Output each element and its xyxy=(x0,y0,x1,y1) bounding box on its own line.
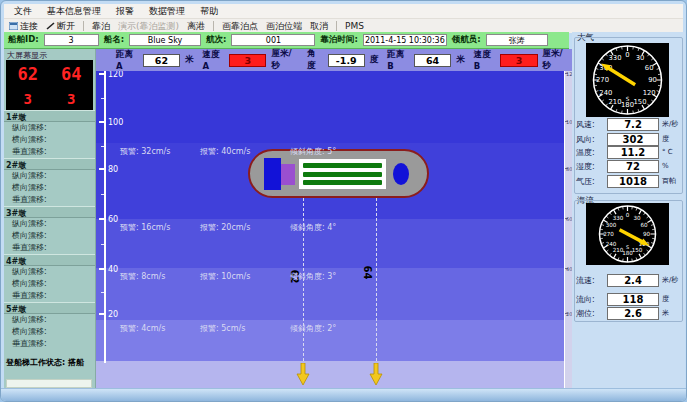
tilt-threshold: 倾斜角度: 2° xyxy=(290,323,336,334)
weather-label: 温度: xyxy=(576,147,607,158)
weather-value: 302 xyxy=(607,133,659,146)
toolbar-button-断开[interactable]: 断开 xyxy=(46,20,75,33)
weather-unit: 百帕 xyxy=(662,176,676,186)
readout-value-角度: -1.9 xyxy=(328,54,365,67)
deck-hatch xyxy=(303,180,382,185)
readout-unit: 米 xyxy=(456,54,465,66)
menu-item-数据管理[interactable]: 数据管理 xyxy=(149,5,185,18)
drift-row: 垂直漂移: xyxy=(4,194,95,206)
toolbar-button-label: 画靠泊点 xyxy=(222,20,258,33)
drift-row: 纵向漂移: xyxy=(4,266,95,278)
svg-text:330: 330 xyxy=(613,215,624,221)
menu-item-帮助[interactable]: 帮助 xyxy=(200,5,218,18)
wind-direction-gauge: 0306090120150180210240270300330S xyxy=(586,43,669,117)
y-axis-minor-tick xyxy=(101,146,104,147)
toolbar-button-离港[interactable]: 离港 xyxy=(187,20,205,33)
display-distance-b: 64 xyxy=(61,64,81,84)
menu-item-基本信息管理[interactable]: 基本信息管理 xyxy=(47,5,101,18)
toolbar-button-连接[interactable]: 连接 xyxy=(9,20,38,33)
svg-text:150: 150 xyxy=(634,98,647,106)
drift-row: 横向漂移: xyxy=(4,278,95,290)
toolbar-button-PMS[interactable]: PMS xyxy=(345,21,364,31)
readout-value-距离B: 64 xyxy=(414,54,451,67)
current-label: 流速: xyxy=(576,275,607,286)
sidebar: 大屏幕显示 62 64 3 3 1#墩纵向漂移:横向漂移:垂直漂移:2#墩纵向漂… xyxy=(4,49,96,391)
band-thresholds: 预警: 32cm/s报警: 40cm/s倾斜角度: 5° xyxy=(120,146,336,157)
svg-text:30: 30 xyxy=(633,215,641,221)
svg-text:210: 210 xyxy=(613,247,624,253)
field-label: 靠泊时间: xyxy=(320,34,357,46)
tilt-threshold: 倾斜角度: 3° xyxy=(290,271,336,282)
weather-label: 气压: xyxy=(576,176,607,187)
display-speed-b: 3 xyxy=(67,91,75,107)
svg-text:240: 240 xyxy=(606,241,617,247)
toolbar-button-演示(靠泊监测): 演示(靠泊监测) xyxy=(118,20,179,33)
readout-label: 距离A xyxy=(116,49,138,71)
weather-row: 风速:7.2米/秒 xyxy=(576,117,678,131)
field-value-航次[interactable]: 001 xyxy=(231,34,315,46)
drift-row: 纵向漂移: xyxy=(4,218,95,230)
current-row: 流向:118度 xyxy=(576,292,669,306)
drift-row: 横向漂移: xyxy=(4,326,95,338)
weather-value: 11.2 xyxy=(607,146,659,159)
field-value-靠泊时间[interactable]: 2011-4-15 10:30:36 xyxy=(363,34,447,46)
svg-text:90: 90 xyxy=(648,76,657,84)
svg-text:S: S xyxy=(626,244,629,250)
alarm-threshold: 报警: 5cm/s xyxy=(200,323,290,334)
toolbar-button-画泊位端[interactable]: 画泊位端 xyxy=(266,20,302,33)
band-thresholds: 预警: 16cm/s报警: 20cm/s倾斜角度: 4° xyxy=(120,222,336,233)
readout-unit: 厘米/秒 xyxy=(271,48,297,72)
svg-text:0: 0 xyxy=(626,212,630,218)
current-direction-gauge: 0306090120150180210240270300330S xyxy=(586,203,669,265)
readout-label: 速度B xyxy=(474,49,496,71)
current-value: 118 xyxy=(607,293,659,306)
band-thresholds: 预警: 8cm/s报警: 10cm/s倾斜角度: 3° xyxy=(120,271,336,282)
y-axis-line xyxy=(104,71,106,363)
field-value-领航员[interactable]: 张涛 xyxy=(486,34,548,46)
readout-unit: 厘米/秒 xyxy=(543,48,569,72)
alarm-threshold: 报警: 20cm/s xyxy=(200,222,290,233)
ship-bow xyxy=(393,163,409,185)
field-label: 船舶ID: xyxy=(8,34,39,46)
field-label: 船名: xyxy=(104,34,124,46)
menu-item-报警[interactable]: 报警 xyxy=(116,5,134,18)
dock-strip xyxy=(96,361,564,391)
y-axis-tick xyxy=(99,268,104,270)
ship-info-bar: 船舶ID:3船名:Blue Sky航次:001靠泊时间:2011-4-15 10… xyxy=(4,32,569,49)
readout-label: 角度 xyxy=(307,48,323,72)
toolbar-button-取消[interactable]: 取消 xyxy=(310,20,328,33)
field-value-船舶ID[interactable]: 3 xyxy=(44,34,99,46)
menu-item-文件[interactable]: 文件 xyxy=(14,5,32,18)
y-axis-label: 80 xyxy=(108,165,118,174)
y-axis-label: 40 xyxy=(108,265,118,274)
warn-threshold: 预警: 32cm/s xyxy=(120,146,200,157)
weather-value: 7.2 xyxy=(607,118,659,131)
toolbar-button-label: 画泊位端 xyxy=(266,20,302,33)
y-axis-minor-tick xyxy=(101,292,104,293)
ship-cabin xyxy=(281,164,295,185)
warn-threshold: 预警: 8cm/s xyxy=(120,271,200,282)
ship-deck xyxy=(299,159,386,189)
y-axis-tick xyxy=(99,218,104,220)
readout-unit: 度 xyxy=(370,54,379,66)
weather-row: 气压:1018百帕 xyxy=(576,174,676,188)
pier-group-header-3#墩: 3#墩 xyxy=(4,206,95,218)
field-value-船名[interactable]: Blue Sky xyxy=(129,34,201,46)
toolbar-button-label: PMS xyxy=(345,21,364,31)
current-unit: 米 xyxy=(662,308,669,318)
svg-text:S: S xyxy=(626,96,630,102)
weather-label: 湿度: xyxy=(576,161,607,172)
sensor-marker-a-icon xyxy=(296,363,310,387)
drift-row: 横向漂移: xyxy=(4,134,95,146)
current-unit: 度 xyxy=(662,294,669,304)
y-axis-tick xyxy=(99,313,104,315)
pier-group-header-1#墩: 1#墩 xyxy=(4,110,95,122)
toolbar-separator xyxy=(213,21,214,31)
weather-unit: ° C xyxy=(662,148,673,156)
svg-text:180: 180 xyxy=(621,101,634,109)
alarm-threshold: 报警: 10cm/s xyxy=(200,271,290,282)
toolbar-button-靠泊[interactable]: 靠泊 xyxy=(92,20,110,33)
current-label: 潮位: xyxy=(576,308,607,319)
readout-bar: 距离A62米速度A3厘米/秒角度-1.9度距离B64米速度B3厘米/秒 xyxy=(96,49,573,71)
toolbar-button-画靠泊点[interactable]: 画靠泊点 xyxy=(222,20,258,33)
